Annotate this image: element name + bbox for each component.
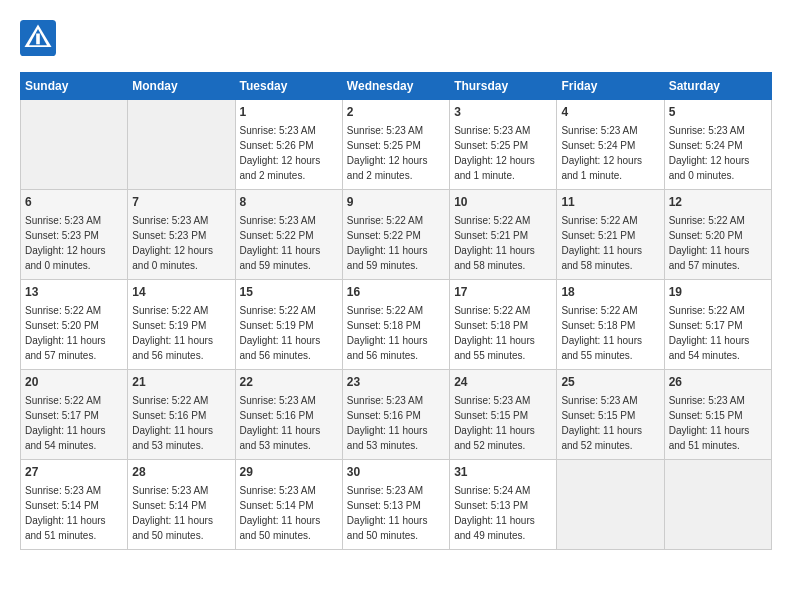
- day-info: Sunrise: 5:23 AM Sunset: 5:14 PM Dayligh…: [132, 485, 213, 541]
- calendar-cell: 23Sunrise: 5:23 AM Sunset: 5:16 PM Dayli…: [342, 370, 449, 460]
- calendar-cell: 12Sunrise: 5:22 AM Sunset: 5:20 PM Dayli…: [664, 190, 771, 280]
- day-info: Sunrise: 5:23 AM Sunset: 5:23 PM Dayligh…: [132, 215, 213, 271]
- calendar-week-3: 13Sunrise: 5:22 AM Sunset: 5:20 PM Dayli…: [21, 280, 772, 370]
- day-header-saturday: Saturday: [664, 73, 771, 100]
- day-number: 15: [240, 284, 338, 301]
- day-number: 1: [240, 104, 338, 121]
- day-number: 19: [669, 284, 767, 301]
- calendar-cell: 6Sunrise: 5:23 AM Sunset: 5:23 PM Daylig…: [21, 190, 128, 280]
- day-info: Sunrise: 5:23 AM Sunset: 5:25 PM Dayligh…: [347, 125, 428, 181]
- calendar-week-5: 27Sunrise: 5:23 AM Sunset: 5:14 PM Dayli…: [21, 460, 772, 550]
- day-number: 7: [132, 194, 230, 211]
- svg-rect-3: [36, 34, 40, 45]
- day-info: Sunrise: 5:24 AM Sunset: 5:13 PM Dayligh…: [454, 485, 535, 541]
- calendar-cell: 16Sunrise: 5:22 AM Sunset: 5:18 PM Dayli…: [342, 280, 449, 370]
- calendar-cell: 13Sunrise: 5:22 AM Sunset: 5:20 PM Dayli…: [21, 280, 128, 370]
- day-number: 4: [561, 104, 659, 121]
- day-number: 8: [240, 194, 338, 211]
- day-number: 29: [240, 464, 338, 481]
- calendar-cell: 30Sunrise: 5:23 AM Sunset: 5:13 PM Dayli…: [342, 460, 449, 550]
- day-info: Sunrise: 5:23 AM Sunset: 5:15 PM Dayligh…: [454, 395, 535, 451]
- calendar-cell: 18Sunrise: 5:22 AM Sunset: 5:18 PM Dayli…: [557, 280, 664, 370]
- day-info: Sunrise: 5:23 AM Sunset: 5:24 PM Dayligh…: [669, 125, 750, 181]
- day-info: Sunrise: 5:22 AM Sunset: 5:20 PM Dayligh…: [25, 305, 106, 361]
- day-number: 20: [25, 374, 123, 391]
- day-info: Sunrise: 5:22 AM Sunset: 5:21 PM Dayligh…: [561, 215, 642, 271]
- day-number: 30: [347, 464, 445, 481]
- calendar-cell: 14Sunrise: 5:22 AM Sunset: 5:19 PM Dayli…: [128, 280, 235, 370]
- calendar-week-2: 6Sunrise: 5:23 AM Sunset: 5:23 PM Daylig…: [21, 190, 772, 280]
- day-info: Sunrise: 5:22 AM Sunset: 5:18 PM Dayligh…: [561, 305, 642, 361]
- day-number: 14: [132, 284, 230, 301]
- logo-icon: [20, 20, 56, 56]
- calendar-cell: 4Sunrise: 5:23 AM Sunset: 5:24 PM Daylig…: [557, 100, 664, 190]
- day-number: 24: [454, 374, 552, 391]
- calendar-cell: [557, 460, 664, 550]
- calendar-cell: 31Sunrise: 5:24 AM Sunset: 5:13 PM Dayli…: [450, 460, 557, 550]
- calendar-cell: [664, 460, 771, 550]
- day-info: Sunrise: 5:22 AM Sunset: 5:22 PM Dayligh…: [347, 215, 428, 271]
- day-info: Sunrise: 5:22 AM Sunset: 5:21 PM Dayligh…: [454, 215, 535, 271]
- calendar-cell: 9Sunrise: 5:22 AM Sunset: 5:22 PM Daylig…: [342, 190, 449, 280]
- day-info: Sunrise: 5:22 AM Sunset: 5:18 PM Dayligh…: [454, 305, 535, 361]
- calendar-cell: 26Sunrise: 5:23 AM Sunset: 5:15 PM Dayli…: [664, 370, 771, 460]
- calendar-cell: 28Sunrise: 5:23 AM Sunset: 5:14 PM Dayli…: [128, 460, 235, 550]
- day-number: 13: [25, 284, 123, 301]
- day-info: Sunrise: 5:23 AM Sunset: 5:16 PM Dayligh…: [347, 395, 428, 451]
- day-number: 25: [561, 374, 659, 391]
- day-number: 18: [561, 284, 659, 301]
- day-number: 31: [454, 464, 552, 481]
- calendar-cell: 29Sunrise: 5:23 AM Sunset: 5:14 PM Dayli…: [235, 460, 342, 550]
- calendar-cell: 15Sunrise: 5:22 AM Sunset: 5:19 PM Dayli…: [235, 280, 342, 370]
- page-header: [20, 20, 772, 56]
- day-info: Sunrise: 5:23 AM Sunset: 5:16 PM Dayligh…: [240, 395, 321, 451]
- day-info: Sunrise: 5:22 AM Sunset: 5:17 PM Dayligh…: [25, 395, 106, 451]
- days-header-row: SundayMondayTuesdayWednesdayThursdayFrid…: [21, 73, 772, 100]
- day-number: 5: [669, 104, 767, 121]
- day-header-friday: Friday: [557, 73, 664, 100]
- day-number: 22: [240, 374, 338, 391]
- calendar-body: 1Sunrise: 5:23 AM Sunset: 5:26 PM Daylig…: [21, 100, 772, 550]
- day-info: Sunrise: 5:23 AM Sunset: 5:13 PM Dayligh…: [347, 485, 428, 541]
- day-info: Sunrise: 5:23 AM Sunset: 5:25 PM Dayligh…: [454, 125, 535, 181]
- day-number: 23: [347, 374, 445, 391]
- day-number: 16: [347, 284, 445, 301]
- day-info: Sunrise: 5:23 AM Sunset: 5:24 PM Dayligh…: [561, 125, 642, 181]
- calendar-cell: 10Sunrise: 5:22 AM Sunset: 5:21 PM Dayli…: [450, 190, 557, 280]
- calendar-cell: 17Sunrise: 5:22 AM Sunset: 5:18 PM Dayli…: [450, 280, 557, 370]
- calendar-cell: 24Sunrise: 5:23 AM Sunset: 5:15 PM Dayli…: [450, 370, 557, 460]
- day-number: 17: [454, 284, 552, 301]
- calendar-header: SundayMondayTuesdayWednesdayThursdayFrid…: [21, 73, 772, 100]
- day-header-thursday: Thursday: [450, 73, 557, 100]
- calendar-cell: 22Sunrise: 5:23 AM Sunset: 5:16 PM Dayli…: [235, 370, 342, 460]
- day-number: 6: [25, 194, 123, 211]
- calendar-cell: 11Sunrise: 5:22 AM Sunset: 5:21 PM Dayli…: [557, 190, 664, 280]
- day-number: 11: [561, 194, 659, 211]
- calendar-week-4: 20Sunrise: 5:22 AM Sunset: 5:17 PM Dayli…: [21, 370, 772, 460]
- day-info: Sunrise: 5:22 AM Sunset: 5:18 PM Dayligh…: [347, 305, 428, 361]
- calendar-week-1: 1Sunrise: 5:23 AM Sunset: 5:26 PM Daylig…: [21, 100, 772, 190]
- day-header-tuesday: Tuesday: [235, 73, 342, 100]
- day-number: 28: [132, 464, 230, 481]
- day-header-monday: Monday: [128, 73, 235, 100]
- logo: [20, 20, 62, 56]
- day-number: 27: [25, 464, 123, 481]
- day-info: Sunrise: 5:22 AM Sunset: 5:16 PM Dayligh…: [132, 395, 213, 451]
- calendar-cell: 3Sunrise: 5:23 AM Sunset: 5:25 PM Daylig…: [450, 100, 557, 190]
- calendar-cell: 5Sunrise: 5:23 AM Sunset: 5:24 PM Daylig…: [664, 100, 771, 190]
- calendar-cell: 1Sunrise: 5:23 AM Sunset: 5:26 PM Daylig…: [235, 100, 342, 190]
- day-info: Sunrise: 5:23 AM Sunset: 5:26 PM Dayligh…: [240, 125, 321, 181]
- day-info: Sunrise: 5:22 AM Sunset: 5:20 PM Dayligh…: [669, 215, 750, 271]
- day-number: 2: [347, 104, 445, 121]
- day-header-sunday: Sunday: [21, 73, 128, 100]
- calendar-cell: 21Sunrise: 5:22 AM Sunset: 5:16 PM Dayli…: [128, 370, 235, 460]
- day-info: Sunrise: 5:22 AM Sunset: 5:17 PM Dayligh…: [669, 305, 750, 361]
- day-info: Sunrise: 5:23 AM Sunset: 5:22 PM Dayligh…: [240, 215, 321, 271]
- calendar-cell: 25Sunrise: 5:23 AM Sunset: 5:15 PM Dayli…: [557, 370, 664, 460]
- calendar-cell: 2Sunrise: 5:23 AM Sunset: 5:25 PM Daylig…: [342, 100, 449, 190]
- day-info: Sunrise: 5:22 AM Sunset: 5:19 PM Dayligh…: [132, 305, 213, 361]
- calendar-table: SundayMondayTuesdayWednesdayThursdayFrid…: [20, 72, 772, 550]
- calendar-cell: 8Sunrise: 5:23 AM Sunset: 5:22 PM Daylig…: [235, 190, 342, 280]
- calendar-cell: [21, 100, 128, 190]
- day-number: 26: [669, 374, 767, 391]
